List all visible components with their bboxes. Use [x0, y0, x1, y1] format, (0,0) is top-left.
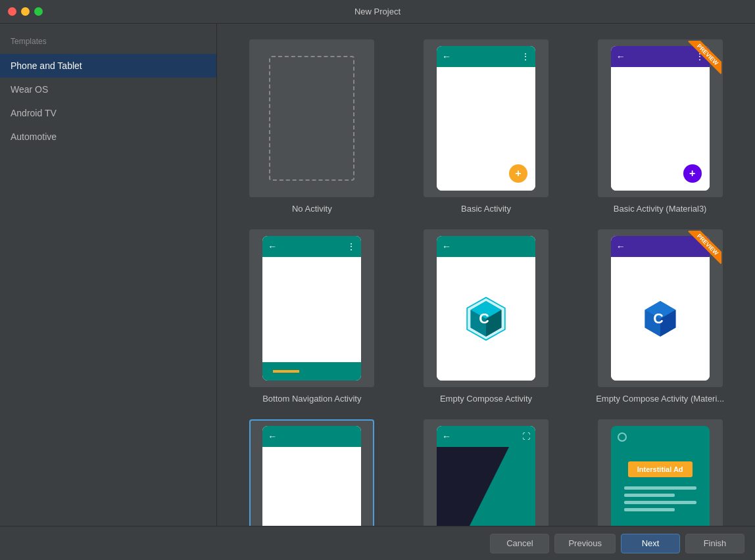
fab-button: + — [509, 164, 527, 183]
template-preview-empty-compose: ← C — [424, 229, 548, 387]
template-preview-empty-compose-m3: ← C PREVIEW — [598, 229, 723, 387]
preview-badge-label: PREVIEW — [688, 41, 721, 74]
template-grid: No Activity ← ⋮ + Basic Activity — [233, 39, 739, 526]
sidebar-item-android-tv[interactable]: Android TV — [0, 101, 216, 125]
template-preview-basic-activity-m3: ← ⋮ + PREVIEW — [598, 39, 723, 197]
empty-content — [262, 447, 361, 526]
ad-text-lines — [624, 486, 696, 511]
back-icon-compose: ← — [442, 241, 451, 252]
ad-dot-icon — [618, 432, 627, 442]
bottom-nav-indicator — [273, 370, 299, 373]
ad-line-2 — [624, 494, 675, 497]
template-preview-bottom-nav: ← ⋮ — [249, 229, 374, 387]
template-preview-fullscreen: ← ⛶ — [424, 419, 548, 526]
phone-content-bottom-nav — [262, 257, 361, 362]
fullscreen-content — [437, 447, 535, 526]
preview-badge-m3: PREVIEW — [682, 41, 721, 80]
phone-content-compose: C — [437, 257, 535, 381]
diagonal-overlay — [437, 447, 509, 526]
main-content: Templates Phone and Tablet Wear OS Andro… — [0, 24, 755, 526]
template-label-no-activity: No Activity — [292, 204, 332, 214]
template-preview-empty-activity: ← — [249, 419, 374, 526]
sidebar-item-automotive[interactable]: Automotive — [0, 125, 216, 149]
preview-badge-compose-m3: PREVIEW — [682, 231, 721, 270]
bottom-bar: Cancel Previous Next Finish — [0, 526, 755, 560]
preview-badge-compose-m3-label: PREVIEW — [688, 231, 721, 264]
ad-badge-label: Interstitial Ad — [628, 461, 693, 477]
finish-button[interactable]: Finish — [685, 534, 744, 553]
toolbar-empty: ← — [262, 426, 361, 447]
template-empty-compose[interactable]: ← C — [407, 229, 566, 404]
next-button[interactable]: Next — [621, 534, 680, 553]
svg-text:C: C — [653, 310, 664, 327]
toolbar-empty-compose: ← — [437, 236, 535, 257]
template-label-empty-compose: Empty Compose Activity — [440, 394, 532, 404]
template-empty-compose-m3[interactable]: ← C PREVIEW — [581, 229, 739, 404]
phone-content-compose-m3: C — [611, 257, 710, 381]
close-button[interactable] — [8, 7, 16, 16]
ad-line-3 — [624, 501, 696, 504]
back-icon-fullscreen: ← — [442, 431, 451, 442]
more-icon-bottom-nav: ⋮ — [347, 241, 356, 252]
phone-mockup-empty: ← — [262, 426, 361, 526]
maximize-button[interactable] — [34, 7, 43, 16]
toolbar-fullscreen: ← ⛶ — [437, 426, 535, 447]
sidebar: Templates Phone and Tablet Wear OS Andro… — [0, 24, 217, 526]
template-bottom-nav[interactable]: ← ⋮ Bottom Navigation Activity — [233, 229, 391, 404]
template-label-basic-activity: Basic Activity — [461, 204, 511, 214]
expand-icon: ⛶ — [522, 432, 530, 441]
phone-mockup-bottom-nav: ← ⋮ — [262, 236, 361, 381]
template-ad[interactable]: Interstitial Ad Interstitial Ad — [581, 419, 739, 526]
cancel-button[interactable]: Cancel — [490, 534, 549, 553]
template-label-bottom-nav: Bottom Navigation Activity — [262, 394, 361, 404]
template-label-empty-compose-m3: Empty Compose Activity (Materi... — [596, 394, 724, 404]
fab-button-m3: + — [683, 164, 702, 183]
window-title: New Project — [354, 7, 401, 16]
svg-text:C: C — [479, 310, 489, 327]
title-bar: New Project — [0, 0, 755, 24]
toolbar-basic: ← ⋮ — [437, 46, 535, 67]
toolbar-bottom-nav: ← ⋮ — [262, 236, 361, 257]
back-icon-empty: ← — [268, 431, 277, 442]
phone-mockup-empty-compose: ← C — [437, 236, 535, 381]
template-preview-ad: Interstitial Ad — [598, 419, 723, 526]
phone-content-basic-m3: + — [611, 67, 710, 191]
previous-button[interactable]: Previous — [554, 534, 616, 553]
ad-mockup: Interstitial Ad — [611, 426, 710, 526]
phone-mockup-basic: ← ⋮ + — [437, 46, 535, 191]
sidebar-item-phone-tablet[interactable]: Phone and Tablet — [0, 54, 216, 78]
back-icon-compose-m3: ← — [616, 241, 625, 252]
more-icon: ⋮ — [521, 51, 530, 62]
bottom-nav-bar — [262, 362, 361, 381]
ad-content-area: Interstitial Ad — [611, 448, 710, 526]
template-label-basic-activity-m3: Basic Activity (Material3) — [614, 204, 707, 214]
template-preview-no-activity — [249, 39, 374, 197]
template-empty-activity[interactable]: ← Empty Activity — [233, 419, 391, 526]
traffic-lights — [8, 7, 43, 16]
sidebar-section-label: Templates — [0, 34, 216, 54]
phone-content-basic: + — [437, 67, 535, 191]
back-icon-bottom-nav: ← — [268, 241, 277, 252]
compose-logo-icon: C — [462, 295, 510, 342]
back-icon-m3: ← — [616, 51, 625, 62]
no-activity-dashed-border — [269, 56, 354, 181]
compose-logo-m3-icon: C — [637, 295, 684, 342]
sidebar-item-wear-os[interactable]: Wear OS — [0, 78, 216, 101]
template-basic-activity-m3[interactable]: ← ⋮ + PREVIEW Basic Activity (Material3) — [581, 39, 739, 214]
template-fullscreen[interactable]: ← ⛶ Fullscreen Activity — [407, 419, 566, 526]
template-no-activity[interactable]: No Activity — [233, 39, 391, 214]
minimize-button[interactable] — [21, 7, 30, 16]
template-area: No Activity ← ⋮ + Basic Activity — [217, 24, 755, 526]
back-icon: ← — [442, 51, 451, 62]
template-preview-basic-activity: ← ⋮ + — [424, 39, 548, 197]
template-basic-activity[interactable]: ← ⋮ + Basic Activity — [407, 39, 566, 214]
ad-line-4 — [624, 508, 675, 511]
phone-mockup-fullscreen: ← ⛶ — [437, 426, 535, 526]
ad-line-1 — [624, 486, 696, 490]
